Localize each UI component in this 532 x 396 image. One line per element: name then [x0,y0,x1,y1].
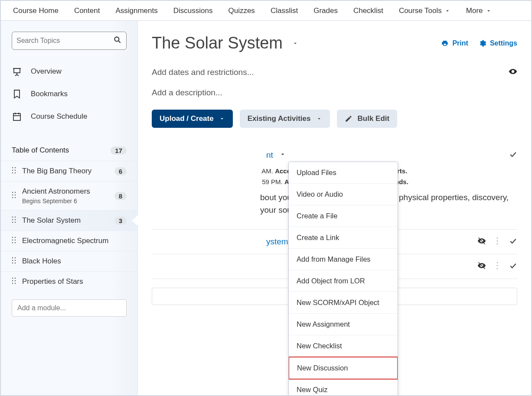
dd-upload-files[interactable]: Upload Files [289,162,398,184]
dd-new-discussion[interactable]: New Discussion [289,357,398,380]
dd-video-audio[interactable]: Video or Audio [289,184,398,205]
dd-create-link[interactable]: Create a Link [289,227,398,249]
bulk-edit-button[interactable]: Bulk Edit [337,110,398,128]
print-button[interactable]: Print [441,39,468,47]
svg-rect-7 [13,114,20,120]
chevron-down-icon[interactable] [279,151,286,159]
svg-point-43 [12,280,13,282]
nav-more-label: More [466,6,483,15]
svg-point-30 [15,237,16,238]
gear-icon [479,39,486,47]
search-input[interactable] [16,37,113,45]
upload-create-button[interactable]: Upload / Create [152,110,233,128]
settings-button[interactable]: Settings [479,39,517,47]
module-title: Properties of Stars [22,277,127,286]
module-title: Electromagnetic Spectrum [22,237,127,245]
svg-line-6 [17,75,19,76]
dd-lor-object[interactable]: Add Object from LOR [289,270,398,292]
check-icon[interactable] [509,261,517,272]
chevron-down-icon [444,8,450,14]
check-icon[interactable] [509,237,517,247]
nav-discussions[interactable]: Discussions [166,1,221,20]
svg-point-31 [12,240,13,241]
nav-assignments[interactable]: Assignments [108,1,165,20]
topic-link[interactable]: nt [266,150,273,160]
svg-point-19 [12,195,13,196]
nav-course-tools[interactable]: Course Tools [391,1,458,20]
sidebar-overview[interactable]: Overview [1,60,137,83]
chevron-down-icon [316,116,322,122]
existing-activities-button[interactable]: Existing Activities [240,110,330,128]
more-dots-icon[interactable] [496,237,498,247]
drag-handle-icon[interactable] [12,216,16,225]
drag-handle-icon[interactable] [12,257,16,266]
drag-handle-icon[interactable] [12,237,16,245]
page-title[interactable]: The Solar System [152,34,298,52]
svg-point-16 [15,172,16,174]
module-black-holes[interactable]: Black Holes [1,251,137,271]
svg-point-11 [12,167,13,169]
sidebar-schedule[interactable]: Course Schedule [1,105,137,128]
sidebar-overview-label: Overview [31,67,62,76]
more-dots-icon[interactable] [496,262,498,271]
module-ancient-astronomers[interactable]: Ancient Astronomers Begins September 6 8 [1,181,137,210]
bulk-label: Bulk Edit [358,114,390,123]
add-module-input[interactable] [12,299,127,317]
module-properties-stars[interactable]: Properties of Stars [1,271,137,292]
svg-point-13 [12,170,13,171]
drag-handle-icon[interactable] [12,167,16,175]
sidebar-bookmarks[interactable]: Bookmarks [1,83,137,105]
chevron-down-icon [486,8,492,14]
sidebar: Overview Bookmarks Course Schedule Table… [1,21,138,395]
svg-line-5 [15,75,17,76]
module-title: The Big Bang Theory [22,167,108,175]
add-dates-link[interactable]: Add dates and restrictions... [152,68,254,77]
nav-checklist[interactable]: Checklist [346,1,391,20]
svg-point-12 [15,167,16,169]
module-big-bang[interactable]: The Big Bang Theory 6 [1,161,137,181]
svg-point-32 [15,240,16,241]
module-electromagnetic[interactable]: Electromagnetic Spectrum [1,230,137,251]
nav-more[interactable]: More [458,1,499,20]
svg-point-33 [12,242,13,243]
nav-quizzes[interactable]: Quizzes [220,1,262,20]
module-title: The Solar System [22,216,108,225]
dd-create-file[interactable]: Create a File [289,205,398,227]
module-subtitle: Begins September 6 [22,198,108,204]
module-title: Black Holes [22,257,127,266]
svg-point-54 [496,268,498,269]
settings-label: Settings [490,39,517,47]
pencil-icon [345,115,352,123]
availability-end-time: 59 PM. [262,178,283,185]
svg-point-18 [15,192,16,193]
nav-course-home[interactable]: Course Home [5,1,66,20]
dd-manage-files[interactable]: Add from Manage Files [289,249,398,270]
nav-content[interactable]: Content [66,1,108,20]
chevron-down-icon[interactable] [292,40,298,46]
print-icon [441,39,449,47]
svg-point-36 [15,257,16,259]
svg-point-14 [15,170,16,171]
svg-point-40 [15,263,16,264]
check-icon[interactable] [509,150,517,160]
search-icon[interactable] [113,36,122,46]
svg-point-17 [12,192,13,193]
hidden-eye-icon[interactable] [477,261,486,272]
drag-handle-icon[interactable] [12,277,16,286]
availability-start-time: AM. [261,167,273,175]
module-solar-system[interactable]: The Solar System 3 [1,210,137,230]
svg-rect-2 [14,68,20,73]
add-description-link[interactable]: Add a description... [152,88,517,97]
nav-grades[interactable]: Grades [306,1,346,20]
dd-new-checklist[interactable]: New Checklist [289,335,398,357]
eye-icon[interactable] [509,67,517,78]
dd-new-quiz[interactable]: New Quiz [289,379,398,396]
nav-classlist[interactable]: Classlist [263,1,306,20]
drag-handle-icon[interactable] [12,192,16,200]
page-title-text: The Solar System [152,34,283,52]
dd-new-assignment[interactable]: New Assignment [289,314,398,335]
svg-point-46 [15,283,16,284]
table-of-contents[interactable]: Table of Contents 17 [1,140,137,161]
hidden-eye-icon[interactable] [477,237,486,247]
dd-scorm-object[interactable]: New SCORM/xAPI Object [289,292,398,314]
